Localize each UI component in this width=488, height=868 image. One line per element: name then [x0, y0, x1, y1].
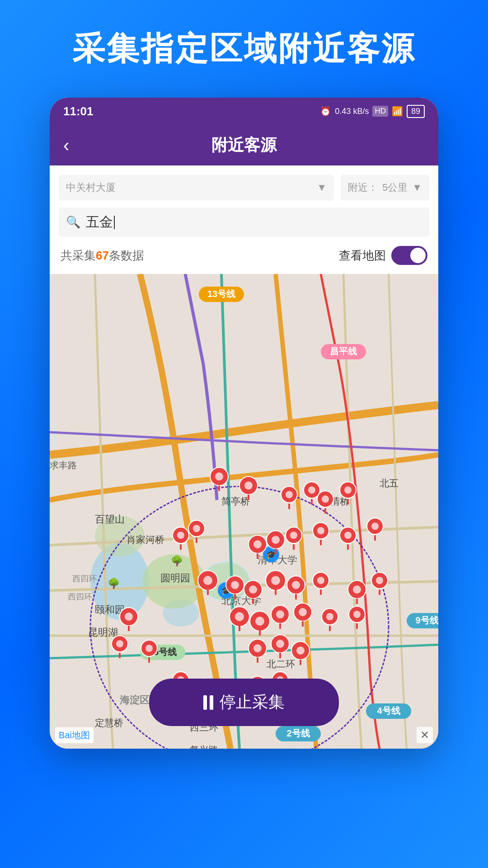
network-speed: 0.43 kB/s [335, 107, 369, 116]
nearby-chevron-icon: ▼ [412, 182, 422, 193]
pause-icon [203, 695, 213, 710]
pause-bar-left [203, 695, 207, 710]
alarm-icon: ⏰ [320, 106, 331, 117]
svg-point-110 [376, 577, 383, 584]
stop-collect-button[interactable]: 停止采集 [149, 679, 339, 726]
map-area[interactable]: 13号线 昌平线 16号线 10号线 4号线 2号线 9号线 百望山 圆明园 颐… [50, 274, 438, 749]
svg-point-146 [296, 646, 305, 655]
svg-point-86 [371, 523, 379, 530]
map-toggle-wrap: 查看地图 [339, 246, 427, 265]
search-value: 五金 [86, 213, 113, 231]
svg-point-74 [272, 536, 280, 544]
search-row[interactable]: 🔍 五金 [59, 208, 429, 237]
svg-text:🌳: 🌳 [171, 555, 183, 567]
toolbar: 中关村大厦 ▼ 附近： 5公里 ▼ 🔍 五金 共采集67条数据 查看地图 [50, 165, 438, 274]
stats-count: 67 [96, 249, 109, 262]
svg-point-101 [292, 581, 300, 589]
location-value: 中关村大厦 [66, 181, 116, 194]
svg-point-125 [299, 608, 307, 616]
svg-text:复兴路: 复兴路 [190, 745, 218, 749]
svg-text:北二环: 北二环 [267, 659, 295, 669]
map-toggle-label: 查看地图 [339, 248, 386, 264]
svg-point-47 [215, 472, 223, 481]
svg-text:2号线: 2号线 [286, 728, 310, 738]
stop-btn-wrap: 停止采集 [149, 679, 339, 726]
status-icons: ⏰ 0.43 kB/s HD 📶 89 [320, 105, 425, 118]
close-button[interactable]: ✕ [417, 727, 433, 743]
location-chevron-icon: ▼ [317, 182, 327, 193]
svg-point-134 [116, 640, 123, 647]
svg-text:🌳: 🌳 [108, 577, 120, 590]
svg-point-80 [317, 527, 324, 534]
svg-point-119 [255, 617, 264, 626]
text-cursor [114, 216, 115, 229]
stats-prefix: 共采集 [61, 249, 96, 262]
status-bar: 11:01 ⏰ 0.43 kB/s HD 📶 89 [50, 98, 438, 125]
svg-point-92 [231, 581, 239, 589]
signal-icon: 📶 [392, 106, 403, 117]
phone-frame: 11:01 ⏰ 0.43 kB/s HD 📶 89 ‹ 附近客源 中关村大厦 ▼… [50, 98, 438, 749]
battery-icon: 89 [407, 105, 425, 118]
stats-suffix: 条数据 [109, 249, 144, 262]
location-row: 中关村大厦 ▼ 附近： 5公里 ▼ [59, 175, 429, 201]
svg-point-116 [235, 612, 244, 621]
svg-point-95 [249, 585, 257, 594]
stats-row: 共采集67条数据 查看地图 [59, 243, 429, 269]
svg-point-140 [253, 644, 262, 652]
map-view-toggle[interactable] [391, 246, 427, 265]
svg-point-53 [286, 491, 293, 498]
baidu-logo-text: Bai地图 [59, 730, 90, 740]
svg-text:海淀区: 海淀区 [120, 694, 150, 706]
nearby-select[interactable]: 附近： 5公里 ▼ [341, 175, 429, 201]
svg-point-137 [145, 645, 153, 652]
svg-point-107 [353, 585, 361, 594]
search-input[interactable]: 五金 [86, 213, 115, 231]
svg-point-83 [344, 532, 352, 539]
svg-point-68 [193, 525, 200, 532]
svg-point-59 [322, 495, 329, 503]
svg-point-50 [244, 481, 253, 490]
svg-point-56 [308, 486, 315, 494]
svg-point-77 [290, 532, 297, 539]
svg-point-104 [317, 577, 324, 584]
back-button[interactable]: ‹ [63, 135, 69, 156]
svg-text:百望山: 百望山 [95, 514, 125, 525]
page-big-title: 采集指定区域附近客源 [72, 27, 416, 71]
app-bar: ‹ 附近客源 [50, 125, 438, 165]
svg-point-122 [276, 610, 284, 618]
svg-text:圆明园: 圆明园 [160, 572, 190, 584]
status-time: 11:01 [63, 104, 94, 118]
svg-text:西四环: 西四环 [72, 574, 97, 583]
svg-text:4号线: 4号线 [377, 706, 400, 716]
location-select[interactable]: 中关村大厦 ▼ [59, 175, 334, 201]
stop-btn-label: 停止采集 [220, 691, 285, 713]
svg-text:9号线: 9号线 [415, 615, 438, 625]
baidu-logo: Bai地图 [55, 727, 94, 743]
svg-text:昆明湖: 昆明湖 [88, 627, 118, 638]
svg-point-143 [276, 640, 284, 648]
app-bar-title: 附近客源 [211, 134, 277, 156]
svg-point-65 [177, 532, 184, 539]
search-icon: 🔍 [66, 215, 80, 229]
svg-text:西四环: 西四环 [68, 592, 92, 601]
toggle-knob [410, 248, 426, 263]
svg-text:北五: 北五 [380, 478, 399, 488]
svg-point-128 [326, 613, 333, 620]
pause-bar-right [210, 695, 213, 710]
map-svg: 13号线 昌平线 16号线 10号线 4号线 2号线 9号线 百望山 圆明园 颐… [50, 274, 438, 749]
stats-text: 共采集67条数据 [61, 248, 144, 264]
nearby-label: 附近： [348, 181, 378, 194]
nearby-value: 5公里 [382, 181, 408, 194]
svg-point-113 [125, 613, 133, 621]
svg-point-131 [353, 611, 361, 618]
svg-text:昌平线: 昌平线 [330, 346, 357, 356]
svg-text:肖家河桥: 肖家河桥 [127, 534, 164, 545]
hd-icon: HD [372, 106, 388, 117]
svg-text:简亭桥: 简亭桥 [221, 496, 250, 506]
svg-text:13号线: 13号线 [207, 289, 236, 299]
svg-text:求丰路: 求丰路 [50, 460, 77, 470]
svg-point-71 [253, 540, 262, 548]
svg-point-89 [203, 576, 212, 585]
svg-point-98 [271, 576, 280, 585]
svg-point-62 [344, 486, 352, 494]
